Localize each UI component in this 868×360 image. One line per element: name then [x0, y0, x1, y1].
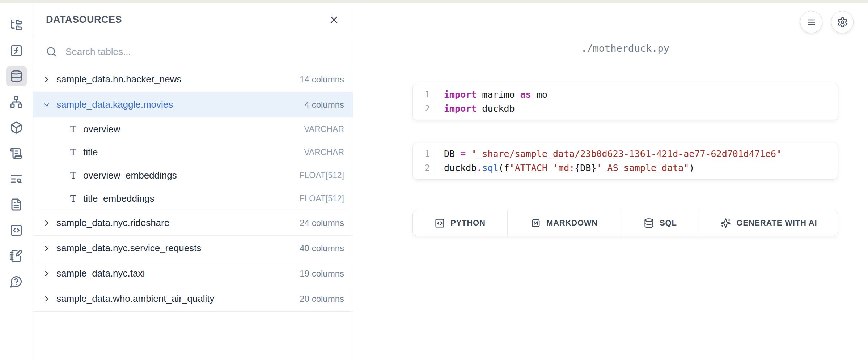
header-actions — [800, 11, 854, 33]
add-cell-button-label: GENERATE WITH AI — [736, 218, 817, 228]
notebook-filename[interactable]: ./motherduck.py — [412, 43, 838, 54]
table-name: sample_data.nyc.rideshare — [56, 217, 300, 228]
code-editor[interactable]: import marimo as moimport duckdb — [436, 87, 838, 116]
table-column-count: 24 columns — [300, 218, 344, 228]
window-top-edge — [0, 0, 868, 3]
add-cell-button-label: PYTHON — [450, 218, 485, 228]
table-columns-group: ToverviewVARCHARTtitleVARCHARToverview_e… — [33, 117, 353, 210]
table-name: sample_data.who.ambient_air_quality — [56, 293, 300, 304]
code-cell[interactable]: 12DB = "_share/sample_data/23b0d623-1361… — [412, 142, 838, 180]
rail-item-tracebacks[interactable] — [6, 168, 27, 189]
rail-item-datasources[interactable] — [6, 66, 27, 86]
column-type: VARCHAR — [304, 124, 344, 134]
table-column-count: 4 columns — [305, 100, 344, 110]
document-icon — [10, 198, 23, 211]
markdown-icon — [530, 218, 541, 228]
column-type-text-icon: T — [70, 193, 83, 204]
table-column-count: 19 columns — [300, 269, 344, 279]
add-sql-cell-button[interactable]: SQL — [621, 210, 700, 236]
notebook-main: ./motherduck.py 12import marimo as moimp… — [353, 3, 868, 360]
table-row[interactable]: sample_data.nyc.rideshare24 columns — [33, 210, 353, 236]
table-name: sample_data.nyc.service_requests — [56, 243, 300, 254]
notebook-menu-button[interactable] — [800, 11, 822, 33]
column-name: title_embeddings — [83, 193, 299, 204]
generate-with-ai-button[interactable]: GENERATE WITH AI — [700, 210, 838, 236]
code-cell[interactable]: 12import marimo as moimport duckdb — [412, 83, 838, 120]
icon-rail — [0, 3, 33, 360]
column-name: overview — [83, 124, 304, 135]
chevron-right-icon — [42, 75, 51, 84]
notebook-pen-icon — [10, 249, 23, 262]
column-type: FLOAT[512] — [299, 171, 344, 180]
search-icon — [46, 46, 57, 57]
dependency-graph-icon — [10, 95, 23, 108]
table-name: sample_data.nyc.taxi — [56, 268, 300, 279]
panel-title: DATASOURCES — [46, 14, 122, 25]
table-row[interactable]: sample_data.who.ambient_air_quality20 co… — [33, 286, 353, 312]
chevron-right-icon — [42, 244, 51, 253]
database-icon — [10, 70, 23, 83]
tables-list: sample_data.hn.hacker_news14 columnssamp… — [33, 67, 353, 360]
marimo-app: DATASOURCES sample_data.hn.hacker_news14… — [0, 3, 868, 360]
table-name: sample_data.kaggle.movies — [56, 99, 305, 110]
rail-item-file-explorer[interactable] — [6, 14, 27, 35]
close-icon[interactable] — [328, 14, 340, 26]
rail-item-dependency-graph[interactable] — [6, 91, 27, 112]
column-type: VARCHAR — [304, 147, 344, 157]
column-type-text-icon: T — [70, 147, 83, 158]
notebook-document: ./motherduck.py 12import marimo as moimp… — [412, 3, 838, 236]
add-markdown-cell-button[interactable]: MARKDOWN — [508, 210, 621, 236]
add-cell-button-label: SQL — [660, 218, 677, 228]
rail-item-snippets[interactable] — [6, 220, 27, 240]
column-name: title — [83, 147, 304, 158]
list-search-icon — [10, 172, 23, 185]
chevron-right-icon — [42, 295, 51, 303]
database-icon — [644, 218, 654, 228]
column-row[interactable]: Toverview_embeddingsFLOAT[512] — [33, 164, 353, 187]
function-square-icon — [10, 44, 23, 57]
add-python-cell-button[interactable]: PYTHON — [413, 210, 508, 236]
table-row[interactable]: sample_data.kaggle.movies4 columns — [33, 92, 353, 117]
table-column-count: 14 columns — [300, 74, 344, 85]
chevron-right-icon — [42, 269, 51, 278]
code-square-icon — [435, 218, 445, 228]
table-row[interactable]: sample_data.nyc.taxi19 columns — [33, 261, 353, 286]
chat-question-icon — [10, 275, 23, 288]
column-type-text-icon: T — [70, 170, 83, 181]
table-column-count: 40 columns — [300, 243, 344, 253]
scroll-icon — [10, 147, 23, 160]
table-row[interactable]: sample_data.nyc.service_requests40 colum… — [33, 236, 353, 261]
file-tree-icon — [10, 18, 23, 31]
rail-item-logs[interactable] — [6, 143, 27, 163]
add-cell-button-label: MARKDOWN — [546, 218, 598, 228]
gear-icon — [837, 17, 848, 28]
rail-item-scratchpad[interactable] — [6, 245, 27, 266]
add-cell-bar: PYTHONMARKDOWNSQLGENERATE WITH AI — [412, 210, 838, 236]
line-numbers: 12 — [413, 87, 436, 116]
settings-button[interactable] — [831, 11, 854, 33]
chevron-right-icon — [42, 219, 51, 227]
column-type-text-icon: T — [70, 124, 83, 134]
code-editor[interactable]: DB = "_share/sample_data/23b0d623-1361-4… — [436, 147, 838, 175]
rail-item-help[interactable] — [6, 271, 27, 292]
rail-item-packages[interactable] — [6, 117, 27, 138]
column-row[interactable]: Ttitle_embeddingsFLOAT[512] — [33, 187, 353, 210]
hamburger-icon — [806, 17, 817, 28]
rail-item-variables[interactable] — [6, 40, 27, 61]
table-row[interactable]: sample_data.hn.hacker_news14 columns — [33, 67, 353, 92]
column-type: FLOAT[512] — [299, 194, 344, 203]
code-square-icon — [10, 224, 23, 237]
package-box-icon — [10, 121, 23, 134]
column-row[interactable]: ToverviewVARCHAR — [33, 117, 353, 141]
line-numbers: 12 — [413, 147, 436, 175]
column-row[interactable]: TtitleVARCHAR — [33, 141, 353, 164]
datasources-header: DATASOURCES — [33, 3, 353, 37]
rail-item-documentation[interactable] — [6, 194, 27, 215]
sparkles-icon — [720, 218, 731, 228]
search-input[interactable] — [65, 46, 340, 58]
table-name: sample_data.hn.hacker_news — [56, 74, 300, 85]
column-name: overview_embeddings — [83, 170, 299, 181]
chevron-down-icon — [42, 100, 51, 109]
cells-container: 12import marimo as moimport duckdb12DB =… — [412, 83, 838, 180]
table-search — [33, 37, 353, 67]
